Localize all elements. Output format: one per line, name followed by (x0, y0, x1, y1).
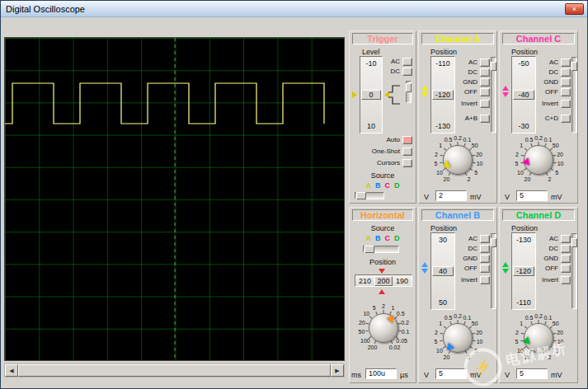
position-label: Position (430, 224, 457, 232)
channel-a-gain-knob[interactable]: 20105210.50.20.150201052 (431, 134, 484, 186)
trigger-source-thumb[interactable] (356, 192, 366, 199)
channel-a-off-button[interactable] (480, 88, 490, 96)
position-value-current[interactable]: -120 (513, 266, 534, 276)
channel-d-position-arrows[interactable] (502, 262, 509, 274)
channel-d-position-display[interactable]: -130 -120 -110 (511, 232, 536, 310)
channel-d-dc-button[interactable] (561, 245, 571, 253)
channel-b-gain-value: 5 (435, 368, 467, 379)
dc-label: DC (534, 68, 558, 76)
channel-c-title: Channel C (516, 34, 561, 44)
cursors-button[interactable] (402, 159, 412, 167)
channel-a-position-display[interactable]: -110 -120 -130 (430, 56, 455, 134)
channel-c-trim-thumb[interactable] (572, 62, 577, 71)
channel-a-gnd-button[interactable] (480, 78, 490, 87)
channel-b-invert-button[interactable] (480, 276, 490, 284)
channel-c-trim-slider[interactable] (572, 57, 577, 133)
channel-b-trim-slider[interactable] (491, 233, 496, 309)
edge-select-thumb[interactable] (406, 83, 412, 92)
source-option-c[interactable]: C (385, 234, 391, 242)
position-value: 190 (396, 277, 408, 285)
window-title: Digital Oscilloscope (6, 4, 85, 14)
volts-unit-label: V (424, 193, 429, 201)
scope-display[interactable] (4, 37, 345, 361)
channel-d-trim-thumb[interactable] (572, 238, 577, 247)
channel-d-gain-knob[interactable]: 20105210.50.20.150201052 (512, 312, 565, 364)
one-shot-label: One-Shot (363, 148, 400, 155)
channel-c-gnd-button[interactable] (561, 78, 571, 87)
channel-c-off-button[interactable] (561, 88, 571, 96)
position-value: 50 (439, 298, 447, 307)
channel-c-sum-button[interactable] (561, 115, 571, 123)
channel-d-gnd-button[interactable] (561, 255, 571, 263)
edge-select-slider[interactable] (406, 81, 412, 103)
scroll-left-button[interactable]: ◀ (5, 364, 18, 377)
position-marker-top-icon[interactable] (379, 269, 385, 274)
trigger-source-options: ABCD (350, 181, 416, 190)
channel-b-gain-knob[interactable]: 20105210.50.20.150201052 (431, 312, 484, 364)
ac-label: AC (454, 59, 477, 66)
close-button[interactable]: × (565, 3, 584, 15)
source-option-a[interactable]: A (366, 234, 372, 242)
channel-d-trim-slider[interactable] (572, 233, 577, 309)
source-option-b[interactable]: B (375, 234, 381, 242)
position-value-current[interactable]: -120 (432, 90, 454, 100)
channel-c-gain-knob[interactable]: 20105210.50.20.150201052 (512, 134, 565, 186)
ac-label: AC (534, 235, 558, 242)
channel-a-trim-slider[interactable] (491, 57, 496, 133)
arrow-up-icon (502, 86, 509, 91)
channel-c-invert-button[interactable] (561, 100, 571, 108)
channel-a-sum-button[interactable] (480, 115, 490, 123)
channel-b-trim-thumb[interactable] (491, 238, 496, 247)
level-value-current[interactable]: 0 (361, 90, 381, 100)
channel-b-position-display[interactable]: 30 40 50 (430, 232, 455, 310)
trigger-dc-label: DC (386, 68, 400, 75)
timebase-knob[interactable]: 2001005020105210.50.20.10.050.02 (357, 302, 410, 354)
trigger-level-display[interactable]: -10 0 10 (360, 56, 383, 134)
auto-button[interactable] (402, 136, 412, 144)
source-option-b[interactable]: B (375, 181, 381, 190)
one-shot-button[interactable] (402, 148, 412, 156)
channel-a-trim-thumb[interactable] (491, 62, 496, 71)
cursors-label: Cursors (363, 159, 400, 166)
arrow-down-icon (421, 269, 428, 274)
horizontal-source-thumb[interactable] (365, 246, 374, 253)
trigger-ac-label: AC (386, 58, 400, 65)
channel-c-ac-button[interactable] (561, 59, 571, 67)
channel-d-off-button[interactable] (561, 265, 571, 273)
scrollbar-thumb[interactable] (18, 364, 331, 377)
channel-b-off-button[interactable] (480, 265, 490, 273)
channel-c-position-arrows[interactable] (502, 86, 509, 97)
source-option-a[interactable]: A (366, 181, 372, 190)
trigger-ac-button[interactable] (402, 58, 412, 66)
level-marker-left-icon[interactable] (352, 91, 357, 98)
channel-b-gnd-button[interactable] (480, 255, 490, 263)
position-value-current[interactable]: 200 (374, 276, 392, 286)
channel-a-position-arrows[interactable] (421, 86, 428, 97)
channel-d-invert-button[interactable] (561, 276, 571, 284)
scroll-right-button[interactable]: ▶ (331, 364, 344, 377)
channel-a-invert-button[interactable] (480, 100, 490, 108)
channel-a-ac-button[interactable] (480, 59, 490, 67)
us-unit-label: µs (400, 371, 408, 379)
titlebar[interactable]: Digital Oscilloscope × (1, 1, 587, 17)
channel-a-dc-button[interactable] (480, 68, 490, 77)
horizontal-source-slider[interactable] (363, 246, 399, 253)
position-value: -130 (435, 122, 450, 130)
channel-b-ac-button[interactable] (480, 235, 490, 243)
arrow-down-icon (502, 92, 509, 97)
position-value-current[interactable]: -40 (513, 90, 534, 100)
channel-b-position-arrows[interactable] (421, 262, 428, 274)
source-option-c[interactable]: C (385, 181, 391, 190)
falling-edge-icon (388, 93, 401, 108)
source-option-d[interactable]: D (394, 234, 400, 242)
source-option-d[interactable]: D (394, 181, 400, 190)
position-value-current[interactable]: 40 (432, 266, 454, 276)
position-value: 210 (359, 277, 371, 285)
channel-d-ac-button[interactable] (561, 235, 571, 243)
horizontal-position-display[interactable]: 210 200 190 (355, 274, 412, 287)
trigger-dc-button[interactable] (402, 68, 412, 76)
channel-b-dc-button[interactable] (480, 245, 490, 253)
trigger-source-slider[interactable] (355, 192, 384, 199)
channel-c-dc-button[interactable] (561, 68, 571, 77)
channel-c-position-display[interactable]: -50 -40 -30 (511, 56, 536, 134)
